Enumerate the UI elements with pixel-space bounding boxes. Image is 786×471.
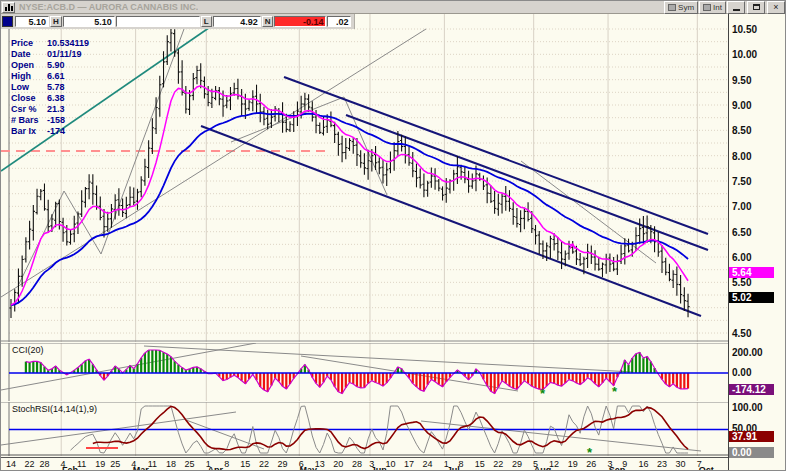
info-label: # Bars bbox=[11, 115, 47, 126]
info-label: Price bbox=[11, 38, 47, 49]
high-price-field: 5.10 bbox=[63, 16, 115, 27]
axis-tick-label: 5.50 bbox=[732, 277, 751, 288]
info-value: 21.3 bbox=[47, 104, 65, 115]
axis-value-badge: 0.00 bbox=[729, 447, 774, 458]
date-tick-label: 29 bbox=[273, 459, 293, 469]
cursor-info-panel: Price10.534119Date01/11/19Open5.90High6.… bbox=[11, 38, 89, 137]
date-tick-label: 20 bbox=[328, 459, 348, 469]
extra-field: .02 bbox=[327, 16, 351, 27]
date-tick-label: 22 bbox=[488, 459, 508, 469]
month-label: Feb bbox=[57, 465, 83, 471]
svg-text:StochRSI(14,14(1),9): StochRSI(14,14(1),9) bbox=[12, 404, 97, 414]
month-label: May bbox=[295, 465, 321, 471]
axis-value-badge: -174.12 bbox=[729, 384, 774, 395]
date-tick-label: 25 bbox=[105, 459, 125, 469]
sym-button-icon bbox=[668, 4, 676, 11]
axis-tick-label: 6.00 bbox=[732, 252, 751, 263]
cci-indicator-canvas[interactable]: **CCI(20) bbox=[1, 343, 728, 401]
info-label: Open bbox=[11, 60, 47, 71]
net-change-field: -0.14 bbox=[274, 16, 326, 27]
sym-button[interactable]: Sym bbox=[664, 1, 698, 14]
axis-tick-label: 9.50 bbox=[732, 75, 751, 86]
date-tick-label: 19 bbox=[563, 459, 583, 469]
axis-value-badge: 5.02 bbox=[729, 292, 774, 303]
low-label: L bbox=[201, 16, 212, 27]
info-row: Date01/11/19 bbox=[11, 49, 89, 60]
svg-text:CCI(20): CCI(20) bbox=[12, 345, 44, 355]
axis-tick-label: 7.00 bbox=[732, 201, 751, 212]
info-label: Close bbox=[11, 93, 47, 104]
axis-tick-label: 9.00 bbox=[732, 100, 751, 111]
chart-region: ^ **CCI(20) *StochRSI(14,14(1),9) 10.501… bbox=[1, 14, 786, 471]
high-label: H bbox=[50, 16, 62, 27]
info-row: Price10.534119 bbox=[11, 38, 89, 49]
low-price-field: 4.92 bbox=[213, 16, 261, 27]
stochrsi-indicator-canvas[interactable]: *StochRSI(14,14(1),9) bbox=[1, 402, 728, 456]
axis-tick-label: 0.00 bbox=[732, 367, 751, 378]
date-tick-label: 25 bbox=[180, 459, 200, 469]
info-value: 5.78 bbox=[47, 82, 65, 93]
info-value: 10.534119 bbox=[47, 38, 89, 49]
info-value: -174 bbox=[47, 126, 65, 137]
axis-tick-label: 10.50 bbox=[732, 24, 757, 35]
quote-symbol-icon bbox=[2, 16, 13, 27]
minimize-button[interactable] bbox=[727, 1, 745, 14]
close-button[interactable]: × bbox=[767, 1, 785, 14]
main-price-chart-canvas[interactable]: ^ bbox=[1, 14, 728, 342]
info-label: Csr % bbox=[11, 104, 47, 115]
info-row: # Bars-158 bbox=[11, 115, 89, 126]
info-row: Low5.78 bbox=[11, 82, 89, 93]
date-tick-label: 28 bbox=[34, 459, 54, 469]
date-tick-label: 23 bbox=[652, 459, 672, 469]
axis-tick-label: 6.50 bbox=[732, 227, 751, 238]
month-label: Apr bbox=[202, 465, 228, 471]
axis-tick-label: 7.50 bbox=[732, 176, 751, 187]
info-row: Bar Ix-174 bbox=[11, 126, 89, 137]
date-tick-label: 17 bbox=[399, 459, 419, 469]
info-value: 01/11/19 bbox=[47, 49, 82, 60]
date-tick-label: 16 bbox=[633, 459, 653, 469]
date-tick-label: 15 bbox=[235, 459, 255, 469]
info-row: Csr %21.3 bbox=[11, 104, 89, 115]
info-row: Open5.90 bbox=[11, 60, 89, 71]
date-tick-label: 14 bbox=[1, 459, 21, 469]
price-axis[interactable]: 10.5010.009.509.008.508.007.507.006.506.… bbox=[728, 14, 786, 471]
info-label: High bbox=[11, 71, 47, 82]
info-value: 5.90 bbox=[47, 60, 65, 71]
info-row: High6.61 bbox=[11, 71, 89, 82]
axis-tick-label: 4.50 bbox=[732, 328, 751, 339]
info-row: Close6.38 bbox=[11, 93, 89, 104]
date-tick-label: 22 bbox=[254, 459, 274, 469]
month-label: Aug bbox=[530, 465, 556, 471]
info-label: Bar Ix bbox=[11, 126, 47, 137]
info-value: 6.38 bbox=[47, 93, 65, 104]
date-tick-label: 30 bbox=[671, 459, 691, 469]
chart-window: NYSE:ACB.D — AURORA CANNABIS INC. Sym In… bbox=[0, 0, 786, 471]
info-label: Low bbox=[11, 82, 47, 93]
axis-tick-label: 8.50 bbox=[732, 125, 751, 136]
date-tick-label: 26 bbox=[581, 459, 601, 469]
title-bar[interactable]: NYSE:ACB.D — AURORA CANNABIS INC. Sym In… bbox=[1, 1, 786, 14]
info-label: Date bbox=[11, 49, 47, 60]
interval-button-icon bbox=[703, 4, 711, 11]
axis-value-badge: 5.64 bbox=[729, 267, 774, 278]
date-tick-label: 15 bbox=[470, 459, 490, 469]
minimize-icon bbox=[733, 9, 740, 11]
symbol-entry-field[interactable] bbox=[116, 16, 200, 27]
app-chart-icon bbox=[2, 2, 15, 13]
date-axis[interactable]: 1422284111925411182518152229613202831017… bbox=[1, 457, 728, 471]
date-tick-label: 18 bbox=[161, 459, 181, 469]
date-tick-label: 24 bbox=[418, 459, 438, 469]
month-label: Oct bbox=[693, 465, 719, 471]
axis-value-badge: 37.91 bbox=[729, 431, 774, 442]
info-value: -158 bbox=[47, 115, 65, 126]
axis-tick-label: 200.00 bbox=[732, 347, 763, 358]
month-label: Mar bbox=[128, 465, 154, 471]
window-title: NYSE:ACB.D — AURORA CANNABIS INC. bbox=[19, 2, 198, 12]
maximize-button[interactable] bbox=[747, 1, 765, 14]
svg-text:^: ^ bbox=[569, 241, 576, 255]
interval-button[interactable]: Int bbox=[699, 1, 726, 14]
axis-tick-label: 100.00 bbox=[732, 402, 763, 413]
date-tick-label: 29 bbox=[507, 459, 527, 469]
month-label: Jun bbox=[366, 465, 392, 471]
